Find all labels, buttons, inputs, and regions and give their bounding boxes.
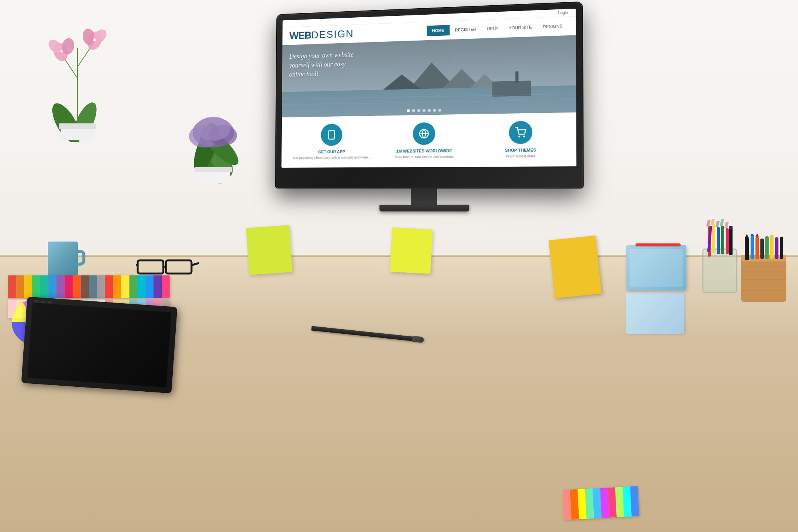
orchid-plant	[40, 11, 115, 144]
svg-rect-56	[721, 226, 724, 254]
svg-rect-69	[751, 236, 754, 259]
feature-app-desc: Get paperless information, online manual…	[293, 155, 371, 160]
svg-marker-76	[745, 234, 749, 238]
nav-register[interactable]: REGISTER	[450, 24, 482, 35]
hero-dot-3[interactable]	[417, 109, 420, 112]
pencil-holder-glass	[697, 219, 742, 296]
site-features: GET OUR APP Get paperless information, o…	[281, 112, 576, 168]
svg-point-9	[60, 50, 63, 53]
svg-marker-78	[755, 234, 759, 237]
sticky-note-1	[246, 225, 292, 275]
svg-point-10	[93, 38, 96, 41]
feature-shop-desc: Find the best deals	[506, 154, 535, 159]
sticky-note-2	[390, 227, 433, 274]
svg-rect-58	[726, 228, 729, 254]
hero-line3: online tool!	[289, 68, 353, 79]
svg-rect-52	[712, 225, 715, 253]
svg-rect-43	[166, 260, 192, 274]
site-logo: WEBDESIGN	[289, 28, 354, 42]
svg-rect-32	[492, 81, 531, 97]
svg-rect-33	[515, 71, 518, 83]
hero-dot-1[interactable]	[407, 109, 410, 112]
drawing-tablet	[21, 296, 177, 393]
notebooks	[626, 245, 686, 334]
svg-point-23	[196, 117, 230, 141]
svg-point-41	[523, 136, 524, 137]
svg-marker-59	[724, 222, 729, 228]
website-display: Login WEBDESIGN HOME REGISTER HELP YOUR …	[281, 9, 576, 168]
svg-rect-42	[138, 260, 163, 274]
login-link[interactable]: Login	[558, 11, 568, 15]
svg-rect-36	[328, 131, 334, 139]
green-plant	[176, 80, 251, 185]
svg-rect-54	[717, 227, 720, 254]
swatch-paper-2	[562, 486, 639, 520]
svg-line-46	[192, 263, 199, 265]
hero-dot-7[interactable]	[438, 109, 441, 112]
feature-worldwide-title: 1M WEBSITES WORLDWIDE	[396, 148, 452, 153]
feature-get-app: GET OUR APP Get paperless information, o…	[288, 123, 375, 160]
monitor-screen: Login WEBDESIGN HOME REGISTER HELP YOUR …	[281, 9, 576, 168]
svg-rect-68	[745, 238, 749, 260]
hero-dot-2[interactable]	[412, 109, 415, 112]
hero-dot-6[interactable]	[433, 109, 436, 112]
feature-worldwide: 1M WEBSITES WORLDWIDE More than 80,000 s…	[379, 122, 470, 160]
logo-design-text: DESIGN	[311, 28, 354, 41]
feature-worldwide-icon	[413, 122, 435, 145]
svg-rect-62	[729, 226, 732, 230]
site-nav: HOME REGISTER HELP YOUR SITE DESIGNS	[427, 20, 568, 36]
feature-shop-icon	[509, 121, 532, 144]
svg-point-40	[518, 136, 519, 137]
scene: Login WEBDESIGN HOME REGISTER HELP YOUR …	[0, 0, 798, 532]
svg-rect-73	[770, 235, 774, 259]
svg-rect-70	[755, 237, 759, 259]
desk-surface	[0, 255, 798, 532]
nav-designs[interactable]: DESIGNS	[537, 20, 568, 32]
svg-rect-61	[729, 226, 733, 255]
svg-marker-77	[751, 234, 754, 236]
feature-app-title: GET OUR APP	[318, 149, 345, 154]
svg-rect-75	[780, 237, 783, 259]
hero-dot-4[interactable]	[423, 109, 426, 112]
hero-dot-5[interactable]	[427, 109, 430, 112]
svg-rect-72	[765, 236, 769, 259]
svg-marker-57	[720, 219, 724, 226]
svg-rect-74	[775, 237, 778, 259]
nav-help[interactable]: HELP	[482, 23, 503, 34]
monitor-base	[379, 204, 469, 211]
feature-app-icon	[321, 124, 342, 146]
svg-marker-55	[715, 221, 720, 227]
feature-shop-title: SHOP THEMES	[505, 147, 536, 152]
nav-your-site[interactable]: YOUR SITE	[503, 21, 537, 33]
sticky-note-3	[549, 236, 602, 298]
feature-worldwide-desc: More than 80,000 sites in 200 countries	[394, 155, 453, 160]
svg-marker-51	[706, 220, 711, 226]
svg-rect-25	[195, 167, 232, 172]
site-hero: Design your own website yourself with ou…	[282, 35, 576, 117]
logo-web-text: WEB	[289, 29, 311, 42]
monitor-frame: Login WEBDESIGN HOME REGISTER HELP YOUR …	[275, 2, 583, 188]
wooden-holder	[737, 234, 790, 303]
hero-text: Design your own website yourself with ou…	[289, 50, 354, 79]
mug	[48, 242, 80, 279]
stylus	[311, 326, 424, 342]
monitor-neck	[410, 188, 437, 205]
svg-rect-71	[760, 239, 764, 259]
nav-home[interactable]: HOME	[427, 25, 450, 36]
feature-shop-themes: SHOP THEMES Find the best deals	[473, 120, 568, 159]
svg-rect-14	[59, 123, 96, 129]
monitor: Login WEBDESIGN HOME REGISTER HELP YOUR …	[269, 8, 578, 211]
hero-dots	[407, 109, 441, 112]
svg-marker-53	[711, 219, 715, 225]
